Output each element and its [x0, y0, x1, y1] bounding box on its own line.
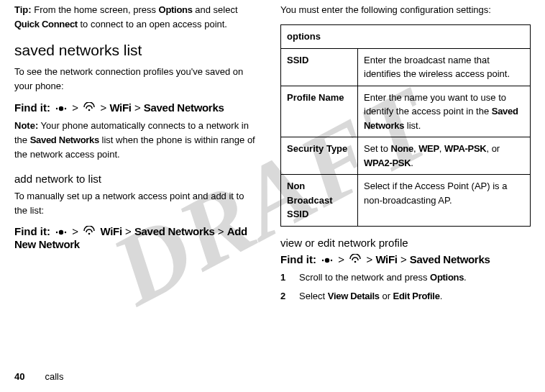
row-val-security: Set to None, WEP, WPA-PSK, or WPA2-PSK. [358, 137, 531, 175]
note-label: Note: [14, 120, 38, 131]
path-saved-networks: Saved Networks [144, 101, 224, 114]
svg-point-4 [59, 230, 63, 234]
text: Scroll to the network and press [299, 272, 430, 283]
svg-point-5 [56, 232, 58, 233]
sep: > [218, 225, 227, 237]
svg-point-1 [56, 108, 58, 109]
sep: > [72, 225, 78, 237]
heading-view-edit: view or edit network profile [280, 237, 531, 249]
svg-point-10 [331, 260, 332, 261]
tip-text-3: to connect to an open access point. [78, 19, 227, 29]
opt-wep: WEP [418, 143, 439, 154]
note-paragraph: Note: Your phone automatically connects … [14, 119, 259, 162]
row-key-nonbroadcast: Non Broadcast SSID [281, 175, 358, 227]
center-key-icon [55, 226, 67, 238]
step-number: 1 [280, 270, 299, 285]
text: . [464, 272, 467, 283]
table-row: Profile Name Enter the name you want to … [281, 86, 531, 137]
sep: > [366, 253, 372, 265]
svg-point-11 [354, 261, 357, 263]
wifi-menu-icon [83, 102, 95, 114]
svg-point-7 [88, 233, 91, 235]
row-key-ssid: SSID [281, 48, 358, 86]
options-ref: Options [430, 272, 464, 283]
row-val-profile: Enter the name you want to use to identi… [358, 86, 531, 137]
options-table: options SSID Enter the broadcast name th… [280, 24, 531, 227]
step-number: 2 [280, 289, 299, 304]
sep: > [72, 101, 78, 114]
saved-networks-intro: To see the network connection profiles y… [14, 65, 259, 94]
section-name: calls [45, 371, 63, 382]
page-content: Tip: From the home screen, press Options… [0, 0, 545, 307]
tip-text-2: and select [193, 4, 238, 15]
svg-point-6 [65, 232, 66, 233]
table-row: SSID Enter the broadcast name that ident… [281, 48, 531, 86]
find-it-2: Find it: > WiFi > Saved Networks > Add N… [14, 225, 259, 251]
add-network-intro: To manually set up a network access poin… [14, 189, 259, 218]
row-val-nonbroadcast: Select if the Access Point (AP) is a non… [358, 175, 531, 227]
tip-label: Tip: [14, 4, 32, 15]
wifi-menu-icon [83, 226, 95, 238]
note-saved-networks: Saved Networks [30, 135, 99, 145]
opt-wpa-psk: WPA-PSK [444, 143, 486, 154]
path-saved-networks: Saved Networks [410, 253, 490, 265]
config-intro: You must enter the following configurati… [280, 3, 531, 17]
find-it-1: Find it: > > WiFi > Saved Networks [14, 101, 259, 115]
view-details-ref: View Details [328, 291, 380, 301]
opt-wpa2-psk: WPA2-PSK [364, 158, 411, 168]
sep: > [400, 253, 410, 265]
svg-point-3 [88, 109, 91, 111]
center-key-icon [321, 254, 333, 266]
tip-quick-connect: Quick Connect [14, 19, 78, 29]
edit-profile-ref: Edit Profile [393, 291, 440, 301]
step-2: 2 Select View Details or Edit Profile. [280, 289, 531, 304]
find-it-label: Find it: [280, 253, 316, 265]
page-footer: 40calls [14, 371, 63, 382]
right-column: You must enter the following configurati… [280, 0, 531, 307]
step-1: 1 Scroll to the network and press Option… [280, 270, 531, 285]
sep: > [338, 253, 344, 265]
svg-point-0 [59, 106, 63, 111]
heading-saved-networks: saved networks list [14, 42, 259, 59]
text: list. [404, 120, 421, 131]
row-key-security: Security Type [281, 137, 358, 175]
sep: > [134, 101, 144, 114]
table-row: Security Type Set to None, WEP, WPA-PSK,… [281, 137, 531, 175]
path-wifi: WiFi [109, 101, 131, 114]
sep: > [100, 101, 106, 114]
text: . [440, 291, 443, 301]
path-wifi: WiFi [375, 253, 397, 265]
row-val-ssid: Enter the broadcast name that identifies… [358, 48, 531, 86]
heading-add-network: add network to list [14, 173, 259, 185]
table-header: options [281, 25, 531, 49]
wifi-menu-icon [349, 254, 361, 266]
step-text: Select View Details or Edit Profile. [299, 289, 442, 304]
step-text: Scroll to the network and press Options. [299, 270, 467, 285]
text: Select [299, 291, 328, 301]
table-row: Non Broadcast SSID Select if the Access … [281, 175, 531, 227]
text: or [380, 291, 393, 301]
sep: > [125, 225, 134, 237]
page-number: 40 [14, 371, 24, 382]
text: Enter the name you want to use to identi… [364, 92, 506, 117]
svg-point-9 [322, 260, 324, 261]
find-it-label: Find it: [14, 101, 50, 114]
svg-point-2 [65, 108, 66, 109]
find-it-3: Find it: > > WiFi > Saved Networks [280, 253, 531, 267]
left-column: Tip: From the home screen, press Options… [14, 0, 259, 307]
center-key-icon [55, 102, 67, 114]
text: Set to [364, 143, 391, 154]
row-key-profile: Profile Name [281, 86, 358, 137]
tip-options: Options [159, 4, 193, 15]
svg-point-8 [325, 258, 329, 263]
opt-none: None [391, 143, 413, 154]
tip-text-1: From the home screen, press [32, 4, 159, 15]
path-saved-networks: Saved Networks [134, 225, 215, 237]
tip-paragraph: Tip: From the home screen, press Options… [14, 3, 259, 32]
path-wifi: WiFi [100, 225, 122, 237]
find-it-label: Find it: [14, 225, 50, 237]
